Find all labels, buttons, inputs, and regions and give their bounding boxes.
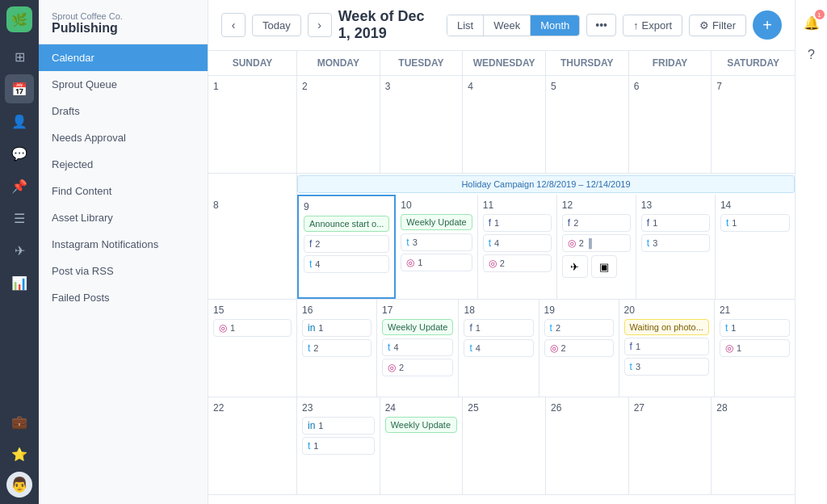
compose-button[interactable]: + — [753, 10, 782, 40]
profile-icon[interactable]: 👤 — [5, 107, 34, 136]
twitter-icon-21: t — [725, 322, 728, 334]
next-button[interactable]: › — [308, 13, 332, 37]
cell-dec-20: 20 Waiting on photo... f 1 t 3 — [619, 300, 715, 397]
post-tw-2-19[interactable]: t 2 — [544, 319, 614, 337]
cell-dec-19: 19 t 2 ◎ 2 — [539, 300, 619, 397]
nav-item-instagram-notifications[interactable]: Instagram Notifications — [39, 231, 208, 258]
cell-dec-2: 2 — [297, 76, 380, 173]
post-fb-1-13[interactable]: f 1 — [641, 214, 710, 232]
week-view-button[interactable]: Week — [484, 15, 531, 36]
post-fb-1-18[interactable]: f 1 — [464, 319, 533, 337]
cell-dec-4: 4 — [463, 76, 546, 173]
post-tw-4-11[interactable]: t 4 — [483, 234, 552, 252]
cell-dec-11: 11 f 1 t 4 ◎ 2 — [478, 195, 557, 299]
post-tw-2-16[interactable]: t 2 — [302, 339, 372, 357]
fb-count: 2 — [315, 239, 320, 249]
post-tw-4[interactable]: t 4 — [304, 255, 389, 273]
twitter-icon-14: t — [726, 217, 728, 229]
campaign-banner-row: Holiday Campaign 12/8/2019 – 12/14/2019 — [208, 174, 795, 195]
post-fb-2-12[interactable]: f 2 — [562, 214, 631, 232]
post-fb-1-20[interactable]: f 1 — [624, 338, 709, 355]
post-tw-4-18[interactable]: t 4 — [464, 339, 533, 357]
post-tw-3-20[interactable]: t 3 — [624, 358, 709, 376]
post-weekly-update-10[interactable]: Weekly Update — [401, 214, 472, 230]
export-button[interactable]: ↑ Export — [623, 15, 682, 36]
pin-icon[interactable]: 📌 — [5, 171, 34, 200]
day-sunday: Sunday — [208, 51, 297, 75]
send-icon[interactable]: ✈ — [5, 236, 34, 265]
today-button[interactable]: Today — [252, 15, 301, 36]
nav-item-sprout-queue[interactable]: Sprout Queue — [39, 71, 208, 98]
twitter-icon-19: t — [550, 322, 552, 334]
cell-dec-6: 6 — [629, 76, 712, 173]
briefcase-icon[interactable]: 💼 — [5, 407, 34, 436]
month-view-button[interactable]: Month — [531, 15, 579, 36]
post-tw-1-14[interactable]: t 1 — [720, 214, 790, 232]
post-ig-2-12[interactable]: ◎ 2 ▌ — [562, 234, 631, 252]
list-view-button[interactable]: List — [447, 15, 484, 36]
post-announce[interactable]: Announce start o... — [304, 216, 389, 232]
chat-icon[interactable]: 💬 — [5, 139, 34, 168]
cell-dec-22: 22 — [208, 397, 297, 494]
instagram-icon-11: ◎ — [489, 258, 497, 269]
instagram-icon-19: ◎ — [550, 342, 558, 354]
post-fb-2[interactable]: f 2 — [304, 235, 389, 253]
twitter-icon: t — [309, 258, 312, 270]
post-weekly-update-17[interactable]: Weekly Update — [382, 319, 453, 335]
post-ig-1-21[interactable]: ◎ 1 — [720, 339, 790, 357]
nav-item-find-content[interactable]: Find Content — [39, 178, 208, 204]
image-action-button[interactable]: ▣ — [591, 255, 617, 278]
post-ig-1-10[interactable]: ◎ 1 — [401, 254, 472, 271]
post-waiting-photo[interactable]: Waiting on photo... — [624, 319, 709, 335]
calendar-icon[interactable]: 📅 — [5, 74, 34, 103]
cell-dec-25: 25 — [463, 397, 546, 494]
nav-item-asset-library[interactable]: Asset Library — [39, 204, 208, 231]
post-tw-3-13[interactable]: t 3 — [641, 234, 710, 252]
send-action-button[interactable]: ✈ — [562, 255, 588, 278]
prev-button[interactable]: ‹ — [221, 13, 246, 37]
linkedin-icon-16: in — [308, 322, 315, 334]
list-icon[interactable]: ☰ — [5, 204, 34, 233]
post-tw-4-17[interactable]: t 4 — [382, 338, 453, 356]
post-ig-1-15[interactable]: ◎ 1 — [213, 319, 292, 337]
weekly-update-label-17: Weekly Update — [388, 322, 447, 332]
post-tw-1-23[interactable]: t 1 — [302, 437, 375, 455]
post-ig-2-17[interactable]: ◎ 2 — [382, 359, 453, 376]
right-sidebar: 🔔 1 ? — [795, 0, 827, 504]
nav-item-needs-approval[interactable]: Needs Approval — [39, 124, 208, 151]
cell-dec-9: 9 Announce start o... f 2 t 4 — [297, 195, 396, 299]
cell-dec-27: 27 — [629, 397, 712, 494]
filter-button[interactable]: ⚙ Filter — [689, 15, 746, 36]
post-weekly-update-24[interactable]: Weekly Update — [385, 417, 458, 433]
help-button[interactable]: ? — [799, 42, 825, 68]
star-icon[interactable]: ⭐ — [5, 439, 34, 468]
nav-item-calendar[interactable]: Calendar — [39, 44, 208, 71]
user-avatar[interactable]: 👨 — [6, 472, 32, 498]
nav-item-failed-posts[interactable]: Failed Posts — [39, 284, 208, 311]
cell-dec-10: 10 Weekly Update t 3 ◎ 1 — [396, 195, 477, 299]
chart-icon[interactable]: 📊 — [5, 268, 34, 297]
more-options-button[interactable]: ••• — [586, 14, 616, 36]
calendar-row-4: 22 23 in 1 t 1 24 Weekly Update 25 26 — [208, 397, 795, 495]
export-label: Export — [642, 19, 673, 32]
main-content: ‹ Today › Week of Dec 1, 2019 List Week … — [208, 0, 795, 504]
post-fb-1-11[interactable]: f 1 — [483, 214, 552, 232]
post-tw-3[interactable]: t 3 — [401, 233, 472, 251]
post-ig-2-19[interactable]: ◎ 2 — [544, 339, 614, 357]
home-icon[interactable]: ⊞ — [5, 42, 34, 71]
day-wednesday: Wednesday — [463, 51, 546, 75]
cell-dec-24: 24 Weekly Update — [380, 397, 464, 494]
nav-item-drafts[interactable]: Drafts — [39, 98, 208, 124]
post-li-1-16[interactable]: in 1 — [302, 319, 372, 337]
campaign-banner[interactable]: Holiday Campaign 12/8/2019 – 12/14/2019 — [297, 175, 795, 193]
post-li-1-23[interactable]: in 1 — [302, 417, 375, 435]
filter-icon: ⚙ — [699, 19, 709, 32]
facebook-icon-18: f — [469, 322, 472, 334]
notification-bell-button[interactable]: 🔔 1 — [799, 10, 825, 36]
facebook-icon-12: f — [568, 217, 570, 229]
post-tw-1-21[interactable]: t 1 — [720, 319, 790, 337]
post-ig-2-11[interactable]: ◎ 2 — [483, 254, 552, 272]
nav-item-rejected[interactable]: Rejected — [39, 151, 208, 178]
twitter-icon-13: t — [647, 237, 649, 249]
nav-item-post-via-rss[interactable]: Post via RSS — [39, 258, 208, 284]
